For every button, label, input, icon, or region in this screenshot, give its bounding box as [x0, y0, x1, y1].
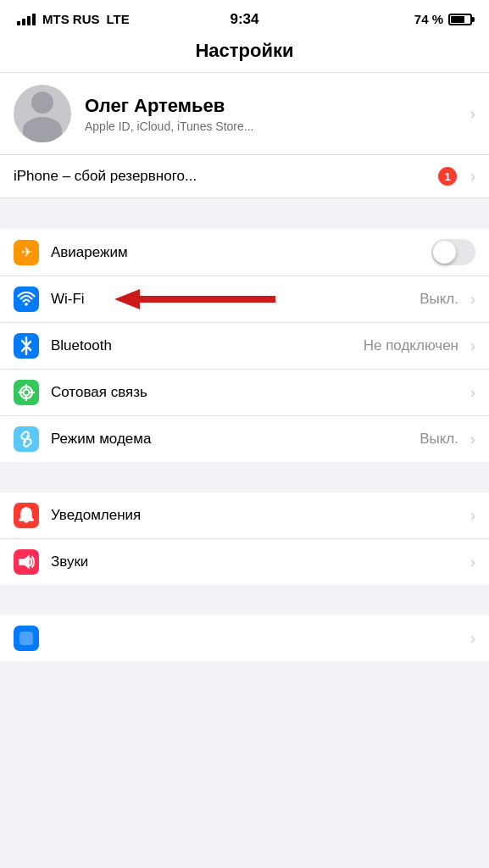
notifications-section: Уведомления › Звуки ›: [0, 492, 489, 585]
signal-bar-1: [17, 21, 20, 25]
status-bar: MTS RUS LTE 9:34 74 %: [0, 0, 489, 33]
cellular-label: Сотовая связь: [51, 384, 464, 401]
notifications-label: Уведомления: [51, 507, 464, 524]
wifi-svg: [17, 292, 36, 307]
airplane-toggle-knob: [433, 241, 456, 264]
section-gap-3: [0, 585, 489, 615]
avatar: [14, 85, 71, 142]
battery-icon: [448, 14, 472, 25]
more-section: ›: [0, 615, 489, 661]
signal-bars: [17, 14, 36, 25]
svg-rect-12: [19, 632, 33, 645]
svg-point-0: [25, 303, 28, 306]
hotspot-value: Выкл.: [420, 431, 458, 448]
connectivity-section: ✈ Авиарежим Wi-Fi Выкл. ›: [0, 229, 489, 462]
carrier-label: MTS RUS: [42, 12, 100, 26]
extra-svg: [18, 630, 35, 647]
airplane-icon: ✈: [14, 240, 39, 265]
backup-chevron: ›: [470, 168, 475, 186]
notifications-icon: [14, 503, 39, 528]
svg-marker-11: [19, 556, 29, 568]
status-left: MTS RUS LTE: [17, 12, 130, 26]
cellular-row[interactable]: Сотовая связь ›: [0, 370, 489, 416]
battery-fill: [451, 16, 464, 23]
extra-icon: [14, 626, 39, 651]
notifications-row[interactable]: Уведомления ›: [0, 492, 489, 539]
page-title: Настройки: [0, 33, 489, 73]
wifi-label: Wi-Fi: [51, 291, 420, 308]
status-right: 74 %: [414, 12, 472, 26]
svg-point-4: [24, 390, 30, 396]
bell-svg: [19, 507, 34, 524]
hotspot-label: Режим модема: [51, 431, 420, 448]
airplane-row[interactable]: ✈ Авиарежим: [0, 229, 489, 276]
cellular-chevron: ›: [470, 384, 475, 402]
hotspot-chevron: ›: [470, 431, 475, 448]
profile-section: Олег Артемьев Apple ID, iCloud, iTunes S…: [0, 73, 489, 198]
profile-info: Олег Артемьев Apple ID, iCloud, iTunes S…: [85, 95, 464, 133]
signal-bar-4: [32, 14, 36, 25]
speaker-svg: [18, 554, 35, 570]
notifications-chevron: ›: [470, 507, 475, 525]
sounds-icon: [14, 549, 39, 575]
airplane-symbol: ✈: [21, 244, 32, 260]
extra-row[interactable]: ›: [0, 615, 489, 661]
hotspot-svg: [18, 431, 35, 448]
avatar-head: [31, 92, 53, 114]
wifi-row[interactable]: Wi-Fi Выкл. ›: [0, 276, 489, 323]
cellular-svg: [18, 384, 35, 401]
avatar-body: [23, 117, 62, 142]
avatar-silhouette: [14, 85, 71, 142]
battery-percent-label: 74 %: [414, 12, 443, 26]
airplane-label: Авиарежим: [51, 244, 431, 261]
backup-label: iPhone – сбой резервного...: [14, 168, 438, 185]
bluetooth-value: Не подключен: [364, 337, 458, 354]
profile-chevron: ›: [470, 105, 475, 123]
time-label: 9:34: [230, 11, 258, 28]
backup-row[interactable]: iPhone – сбой резервного... 1 ›: [0, 155, 489, 198]
hotspot-row[interactable]: Режим модема Выкл. ›: [0, 416, 489, 462]
profile-subtitle: Apple ID, iCloud, iTunes Store...: [85, 120, 464, 133]
extra-chevron: ›: [470, 630, 475, 648]
profile-row[interactable]: Олег Артемьев Apple ID, iCloud, iTunes S…: [0, 73, 489, 155]
network-type-label: LTE: [107, 12, 130, 26]
wifi-value: Выкл.: [420, 291, 458, 308]
hotspot-icon: [14, 426, 39, 452]
sounds-row[interactable]: Звуки ›: [0, 539, 489, 585]
bluetooth-icon: [14, 333, 39, 359]
wifi-chevron: ›: [470, 291, 475, 309]
sounds-label: Звуки: [51, 554, 464, 570]
wifi-icon: [14, 287, 39, 312]
bluetooth-label: Bluetooth: [51, 337, 364, 354]
signal-bar-2: [22, 19, 25, 25]
backup-badge: 1: [438, 167, 457, 186]
airplane-toggle[interactable]: [431, 239, 475, 265]
bluetooth-row[interactable]: Bluetooth Не подключен ›: [0, 323, 489, 370]
cellular-icon: [14, 380, 39, 405]
bluetooth-chevron: ›: [470, 337, 475, 355]
bluetooth-svg: [20, 337, 32, 355]
signal-bar-3: [27, 16, 31, 25]
sounds-chevron: ›: [470, 554, 475, 571]
section-gap-2: [0, 462, 489, 492]
section-gap-1: [0, 198, 489, 229]
profile-name: Олег Артемьев: [85, 95, 464, 117]
